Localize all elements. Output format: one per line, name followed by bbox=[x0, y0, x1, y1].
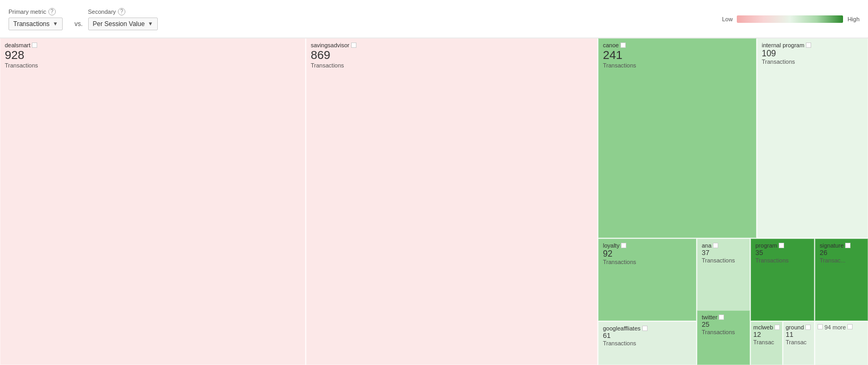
tile-loyalty-label: loyalty bbox=[603, 242, 692, 249]
tile-ana-value: 37 bbox=[702, 249, 745, 257]
legend-low-label: Low bbox=[722, 16, 733, 22]
tile-program-metric: Transactions bbox=[755, 257, 810, 264]
tile-savingsadvisor-value: 869 bbox=[311, 48, 593, 62]
tile-twitter-metric: Transactions bbox=[702, 329, 745, 335]
legend: Low High bbox=[722, 15, 860, 23]
tile-ground-label: ground bbox=[786, 324, 812, 330]
primary-dropdown-arrow: ▼ bbox=[53, 21, 58, 27]
tile-signature-label: signature bbox=[820, 242, 863, 249]
tile-94more-label: 94 more bbox=[824, 324, 846, 330]
primary-metric-group: Primary metric ? Transactions ▼ bbox=[8, 8, 63, 30]
tile-ana-icon bbox=[713, 243, 718, 248]
tile-ground-value: 11 bbox=[786, 330, 812, 339]
tile-ground-metric: Transac bbox=[786, 339, 812, 345]
tile-internal-program-value: 109 bbox=[762, 48, 863, 58]
tile-loyalty-value: 92 bbox=[603, 249, 692, 259]
treemap: dealsmart 928 Transactions savingsadviso… bbox=[0, 38, 868, 365]
tile-internal-program-metric: Transactions bbox=[762, 58, 863, 65]
tile-savingsadvisor-metric: Transactions bbox=[311, 62, 593, 69]
tile-mclweb[interactable]: mclweb 12 Transac bbox=[751, 321, 782, 365]
tile-ana[interactable]: ana 37 Transactions bbox=[697, 239, 750, 321]
tile-internal-program-label: internal program bbox=[762, 42, 863, 48]
tile-94more-icon2 bbox=[847, 324, 853, 329]
tile-ana-label: ana bbox=[702, 242, 745, 249]
secondary-dropdown-arrow: ▼ bbox=[148, 21, 153, 27]
tile-program-icon bbox=[779, 243, 784, 248]
tile-signature-metric: Transac... bbox=[820, 257, 863, 264]
tile-signature-value: 26 bbox=[820, 249, 863, 257]
tile-googleaffliates-label: googleaffliates bbox=[603, 325, 692, 332]
tile-canoe-value: 241 bbox=[603, 48, 752, 62]
tile-savingsadvisor-label: savingsadvisor bbox=[311, 42, 593, 48]
tile-twitter-label: twitter bbox=[702, 314, 745, 320]
tile-dealsmart-icon bbox=[32, 43, 37, 48]
tile-dealsmart-value: 928 bbox=[5, 48, 301, 62]
tile-mclweb-value: 12 bbox=[753, 330, 780, 339]
tile-dealsmart-label: dealsmart bbox=[5, 42, 301, 48]
tile-signature[interactable]: signature 26 Transac... bbox=[815, 239, 868, 321]
primary-metric-label: Primary metric ? bbox=[8, 8, 63, 15]
tile-internal-program-icon bbox=[806, 43, 811, 48]
tile-program-label: program bbox=[755, 242, 810, 249]
tile-program[interactable]: program 35 Transactions bbox=[751, 239, 814, 321]
secondary-metric-group: Secondary ? Per Session Value ▼ bbox=[88, 8, 158, 30]
tile-signature-icon bbox=[845, 243, 850, 248]
tile-mclweb-icon bbox=[775, 325, 780, 330]
header: Primary metric ? Transactions ▼ vs. Seco… bbox=[0, 0, 868, 38]
tile-canoe[interactable]: canoe 241 Transactions bbox=[598, 38, 756, 238]
tile-canoe-metric: Transactions bbox=[603, 62, 752, 69]
tile-googleaffliates-value: 61 bbox=[603, 332, 692, 340]
secondary-help-icon[interactable]: ? bbox=[118, 8, 125, 15]
tile-canoe-icon bbox=[620, 43, 626, 48]
tile-savingsadvisor[interactable]: savingsadvisor 869 Transactions bbox=[306, 38, 598, 365]
tile-savingsadvisor-icon bbox=[351, 43, 356, 48]
secondary-metric-dropdown[interactable]: Per Session Value ▼ bbox=[88, 18, 158, 30]
secondary-metric-label: Secondary ? bbox=[88, 8, 158, 15]
tile-canoe-label: canoe bbox=[603, 42, 752, 48]
tile-ground-icon bbox=[805, 325, 811, 330]
primary-metric-dropdown[interactable]: Transactions ▼ bbox=[8, 18, 63, 30]
tile-internal-program[interactable]: internal program 109 Transactions bbox=[757, 38, 868, 238]
tile-program-value: 35 bbox=[755, 249, 810, 257]
legend-high-label: High bbox=[847, 16, 860, 22]
tile-twitter-value: 25 bbox=[702, 320, 745, 329]
tile-94-more[interactable]: 94 more bbox=[815, 321, 868, 365]
tile-loyalty-icon bbox=[621, 243, 626, 248]
tile-mclweb-metric: Transac bbox=[753, 339, 780, 345]
tile-googleaffliates-metric: Transactions bbox=[603, 340, 692, 346]
vs-label: vs. bbox=[74, 20, 82, 28]
primary-help-icon[interactable]: ? bbox=[48, 8, 56, 15]
tile-94more-icon bbox=[818, 324, 823, 329]
tile-ground[interactable]: ground 11 Transac bbox=[783, 321, 814, 365]
tile-dealsmart[interactable]: dealsmart 928 Transactions bbox=[0, 38, 305, 365]
tile-twitter-icon bbox=[719, 315, 724, 320]
tile-loyalty-metric: Transactions bbox=[603, 259, 692, 265]
tile-googleaffliates[interactable]: googleaffliates 61 Transactions bbox=[598, 321, 696, 365]
legend-bar bbox=[737, 15, 843, 23]
tile-ana-metric: Transactions bbox=[702, 257, 745, 264]
tile-loyalty[interactable]: loyalty 92 Transactions bbox=[598, 239, 696, 321]
tile-googleaffliates-icon bbox=[642, 326, 648, 331]
tile-twitter[interactable]: twitter 25 Transactions bbox=[697, 310, 750, 365]
tile-mclweb-label: mclweb bbox=[753, 324, 780, 330]
tile-dealsmart-metric: Transactions bbox=[5, 62, 301, 69]
